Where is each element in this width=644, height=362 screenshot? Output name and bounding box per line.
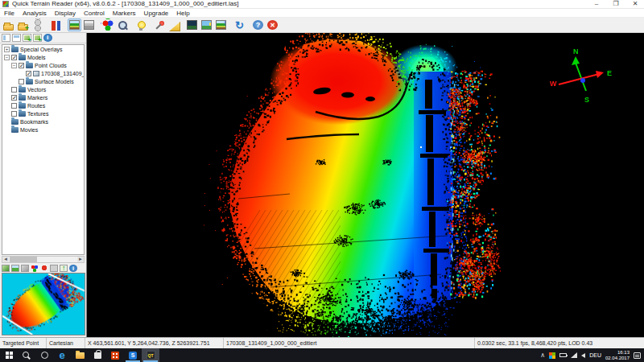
tree-row[interactable]: Vectors [2, 85, 84, 93]
tree-expander-icon[interactable] [4, 47, 10, 52]
layout-icon[interactable] [2, 34, 10, 42]
overview-elevation-icon[interactable] [60, 265, 68, 272]
explorer-icon[interactable] [71, 348, 89, 362]
title-bar: Quick Terrain Reader (x64), v8.0.6.2 - [… [0, 0, 644, 9]
tree-item-label[interactable]: Routes [27, 103, 45, 109]
overview-minimap[interactable] [2, 273, 85, 335]
overview-info-icon[interactable] [69, 265, 77, 272]
terrain-off-icon[interactable] [82, 19, 96, 31]
compass-ns-axis [572, 56, 586, 91]
overview-marker-icon[interactable] [40, 265, 48, 272]
overview-frame-icon[interactable] [21, 265, 29, 272]
menu-display[interactable]: Display [55, 9, 76, 18]
screenshot-icon[interactable] [200, 19, 213, 31]
menu-upgrade[interactable]: Upgrade [144, 9, 169, 18]
cortana-icon[interactable] [35, 348, 53, 362]
tray-chevron-icon[interactable]: ∧ [540, 352, 545, 359]
tree-row[interactable]: Models [2, 53, 84, 61]
marker-pin-icon[interactable] [152, 19, 166, 31]
clock[interactable]: 16:13 02.04.2017 [605, 350, 630, 361]
tree-item-icon [11, 47, 19, 52]
tree-item-label[interactable]: Special Overlays [20, 47, 63, 52]
overview-terrain-icon[interactable] [2, 265, 10, 272]
flag-icon[interactable] [49, 19, 63, 31]
tree-row[interactable]: Special Overlays [2, 45, 84, 53]
tree-row[interactable]: Bookmarks [2, 117, 84, 125]
measure-icon[interactable] [167, 19, 180, 31]
tree-checkbox[interactable] [19, 79, 24, 84]
tray-windows-icon[interactable] [549, 352, 555, 359]
menu-control[interactable]: Control [84, 9, 105, 18]
minimize-button[interactable]: – [592, 0, 601, 8]
maximize-button[interactable]: ❐ [612, 0, 620, 8]
blue-app-icon[interactable]: S [124, 348, 142, 362]
tree-row[interactable]: Surface Models [2, 77, 84, 85]
terrain-view-icon[interactable] [68, 19, 81, 31]
panels-icon[interactable] [12, 34, 21, 42]
help-icon[interactable] [251, 19, 265, 31]
volume-icon[interactable] [581, 353, 585, 358]
notification-center-icon[interactable] [634, 352, 641, 359]
tree-item-label[interactable]: Movies [20, 127, 38, 133]
close-button[interactable]: ✕ [631, 0, 639, 8]
overview-flyto-icon[interactable] [11, 265, 19, 272]
tree-checkbox[interactable] [26, 71, 31, 76]
tree-item-label[interactable]: Point Clouds [35, 63, 67, 68]
compass-east-label: E [607, 69, 612, 77]
tree-row[interactable]: Point Clouds [2, 61, 84, 69]
qt-reader-icon[interactable]: QT [142, 348, 159, 362]
open-file-icon[interactable] [2, 20, 15, 33]
zoom-icon[interactable] [115, 19, 129, 31]
menu-markers[interactable]: Markers [113, 9, 136, 18]
tree-item-label[interactable]: Markers [27, 95, 47, 101]
add-overlay-icon[interactable] [23, 34, 31, 42]
store-icon[interactable] [89, 348, 106, 362]
menu-file[interactable]: File [4, 9, 14, 18]
status-performance: 0.0302 sec, 33.1 fps, 8,468,420 pts, LOD… [475, 338, 644, 348]
tree-item-label[interactable]: 170308_131409_1,000_000_editiert [41, 71, 85, 76]
tree-item-label[interactable]: Surface Models [35, 79, 74, 84]
exit-icon[interactable] [266, 19, 279, 31]
tree-item-label[interactable]: Bookmarks [20, 119, 48, 125]
scroll-right-icon[interactable]: ► [77, 257, 84, 262]
edge-icon[interactable]: e [53, 348, 71, 362]
battery-icon[interactable] [559, 353, 567, 357]
tree-checkbox[interactable] [11, 95, 17, 101]
layers-icon[interactable] [31, 19, 44, 31]
menu-help[interactable]: Help [176, 9, 189, 18]
tree-checkbox[interactable] [11, 111, 17, 117]
elevation-icon[interactable] [214, 19, 228, 31]
tree-item-label[interactable]: Vectors [27, 87, 46, 93]
scrollbar-thumb[interactable] [10, 257, 37, 262]
refresh-icon[interactable]: ↻ [233, 19, 246, 31]
tree-row[interactable]: 170308_131409_1,000_000_editiert [2, 69, 84, 77]
tree-item-label[interactable]: Models [27, 55, 46, 60]
add-file-icon[interactable]: + [16, 20, 30, 33]
search-icon[interactable] [18, 348, 35, 362]
tree-item-label[interactable]: Textures [27, 111, 48, 117]
tree-expander-icon[interactable] [11, 63, 17, 68]
language-indicator[interactable]: DEU [589, 352, 601, 358]
tree-expander-icon[interactable] [4, 55, 10, 60]
start-icon[interactable] [0, 348, 18, 362]
menu-bar: File Analysis Display Control Markers Up… [0, 9, 644, 18]
tree-row[interactable]: Routes [2, 101, 84, 109]
night-display-icon[interactable] [185, 19, 199, 31]
lighting-icon[interactable] [134, 19, 147, 31]
tree-row[interactable]: Textures [2, 109, 84, 117]
tree-checkbox[interactable] [19, 63, 24, 68]
tree-checkbox[interactable] [11, 55, 17, 60]
info-icon[interactable] [43, 34, 52, 42]
overview-colors-icon[interactable] [31, 265, 39, 272]
overview-select-icon[interactable] [50, 265, 58, 272]
color-settings-icon[interactable] [101, 19, 114, 31]
tree-row[interactable]: Markers [2, 93, 84, 101]
tree-checkbox[interactable] [11, 103, 17, 109]
add-model-icon[interactable] [33, 34, 42, 42]
tree-checkbox[interactable] [11, 87, 17, 93]
tree-horizontal-scrollbar[interactable]: ◄ ► [2, 256, 85, 263]
scroll-left-icon[interactable]: ◄ [2, 257, 9, 262]
menu-analysis[interactable]: Analysis [23, 9, 47, 18]
tree-row[interactable]: Movies [2, 125, 84, 134]
red-app-icon[interactable] [106, 348, 124, 362]
